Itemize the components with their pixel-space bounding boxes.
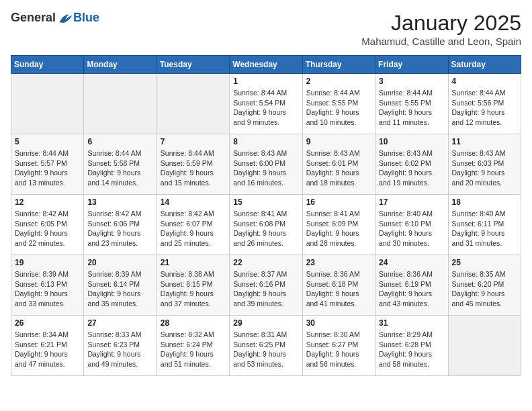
day-info: Sunrise: 8:44 AMSunset: 5:57 PMDaylight:…: [15, 148, 80, 188]
day-info: Sunrise: 8:42 AMSunset: 6:06 PMDaylight:…: [87, 209, 152, 248]
day-info: Sunrise: 8:42 AMSunset: 6:07 PMDaylight:…: [161, 209, 226, 248]
location-title: Mahamud, Castille and Leon, Spain: [361, 36, 521, 47]
calendar-cell: 15Sunrise: 8:41 AMSunset: 6:08 PMDayligh…: [230, 195, 302, 255]
weekday-thursday: Thursday: [302, 56, 375, 74]
calendar-cell: 25Sunrise: 8:35 AMSunset: 6:20 PMDayligh…: [448, 255, 521, 316]
day-info: Sunrise: 8:39 AMSunset: 6:13 PMDaylight:…: [15, 269, 80, 309]
day-info: Sunrise: 8:30 AMSunset: 6:27 PMDaylight:…: [306, 330, 371, 369]
day-info: Sunrise: 8:41 AMSunset: 6:08 PMDaylight:…: [233, 209, 298, 248]
day-number: 17: [379, 197, 444, 207]
day-number: 14: [161, 197, 226, 207]
day-number: 15: [233, 197, 298, 207]
day-info: Sunrise: 8:37 AMSunset: 6:16 PMDaylight:…: [233, 269, 298, 309]
calendar-body: 1Sunrise: 8:44 AMSunset: 5:54 PMDaylight…: [11, 74, 521, 376]
day-info: Sunrise: 8:36 AMSunset: 6:18 PMDaylight:…: [306, 269, 371, 309]
calendar-cell: 6Sunrise: 8:44 AMSunset: 5:58 PMDaylight…: [84, 134, 157, 195]
day-info: Sunrise: 8:40 AMSunset: 6:10 PMDaylight:…: [379, 209, 444, 248]
day-number: 19: [15, 258, 80, 267]
calendar-cell: 30Sunrise: 8:30 AMSunset: 6:27 PMDayligh…: [302, 316, 375, 376]
day-number: 4: [452, 77, 517, 86]
calendar-cell: 24Sunrise: 8:36 AMSunset: 6:19 PMDayligh…: [375, 255, 448, 316]
calendar-cell: 17Sunrise: 8:40 AMSunset: 6:10 PMDayligh…: [375, 195, 448, 255]
day-info: Sunrise: 8:43 AMSunset: 6:01 PMDaylight:…: [306, 148, 371, 188]
day-info: Sunrise: 8:44 AMSunset: 5:58 PMDaylight:…: [87, 148, 152, 188]
day-info: Sunrise: 8:44 AMSunset: 5:55 PMDaylight:…: [379, 88, 444, 128]
calendar-cell: 21Sunrise: 8:38 AMSunset: 6:15 PMDayligh…: [157, 255, 229, 316]
day-number: 30: [306, 318, 371, 328]
day-number: 22: [233, 258, 298, 267]
calendar-cell: 4Sunrise: 8:44 AMSunset: 5:56 PMDaylight…: [448, 74, 521, 134]
day-info: Sunrise: 8:41 AMSunset: 6:09 PMDaylight:…: [306, 209, 371, 248]
calendar-cell: 31Sunrise: 8:29 AMSunset: 6:28 PMDayligh…: [375, 316, 448, 376]
calendar-cell: 20Sunrise: 8:39 AMSunset: 6:14 PMDayligh…: [84, 255, 157, 316]
day-number: 26: [15, 318, 80, 328]
day-info: Sunrise: 8:31 AMSunset: 6:25 PMDaylight:…: [233, 330, 298, 369]
day-number: 27: [87, 318, 152, 328]
weekday-tuesday: Tuesday: [157, 56, 229, 74]
calendar-week-3: 12Sunrise: 8:42 AMSunset: 6:05 PMDayligh…: [11, 195, 521, 255]
weekday-friday: Friday: [375, 56, 448, 74]
day-info: Sunrise: 8:39 AMSunset: 6:14 PMDaylight:…: [87, 269, 152, 309]
calendar-week-4: 19Sunrise: 8:39 AMSunset: 6:13 PMDayligh…: [11, 255, 521, 316]
day-number: 7: [161, 137, 226, 146]
calendar-cell: 9Sunrise: 8:43 AMSunset: 6:01 PMDaylight…: [302, 134, 375, 195]
day-number: 10: [379, 137, 444, 146]
calendar-cell: [11, 74, 84, 134]
day-number: 1: [233, 77, 298, 86]
day-number: 28: [161, 318, 226, 328]
weekday-saturday: Saturday: [448, 56, 521, 74]
weekday-header-row: SundayMondayTuesdayWednesdayThursdayFrid…: [11, 56, 521, 74]
day-number: 6: [87, 137, 152, 146]
day-number: 21: [161, 258, 226, 267]
day-number: 5: [15, 137, 80, 146]
calendar-cell: 29Sunrise: 8:31 AMSunset: 6:25 PMDayligh…: [230, 316, 302, 376]
day-info: Sunrise: 8:29 AMSunset: 6:28 PMDaylight:…: [379, 330, 444, 369]
calendar-week-1: 1Sunrise: 8:44 AMSunset: 5:54 PMDaylight…: [11, 74, 521, 134]
day-info: Sunrise: 8:43 AMSunset: 6:03 PMDaylight:…: [452, 148, 517, 188]
calendar-cell: 1Sunrise: 8:44 AMSunset: 5:54 PMDaylight…: [230, 74, 302, 134]
day-info: Sunrise: 8:40 AMSunset: 6:11 PMDaylight:…: [452, 209, 517, 248]
day-info: Sunrise: 8:38 AMSunset: 6:15 PMDaylight:…: [161, 269, 226, 309]
day-info: Sunrise: 8:33 AMSunset: 6:23 PMDaylight:…: [87, 330, 152, 369]
logo-bird-icon: [57, 11, 73, 25]
calendar-cell: [84, 74, 157, 134]
day-number: 8: [233, 137, 298, 146]
calendar-cell: 7Sunrise: 8:44 AMSunset: 5:59 PMDaylight…: [157, 134, 229, 195]
calendar-cell: 12Sunrise: 8:42 AMSunset: 6:05 PMDayligh…: [11, 195, 84, 255]
day-number: 24: [379, 258, 444, 267]
calendar-cell: 2Sunrise: 8:44 AMSunset: 5:55 PMDaylight…: [302, 74, 375, 134]
day-number: 31: [379, 318, 444, 328]
day-info: Sunrise: 8:44 AMSunset: 5:55 PMDaylight:…: [306, 88, 371, 128]
day-info: Sunrise: 8:35 AMSunset: 6:20 PMDaylight:…: [452, 269, 517, 309]
day-number: 20: [87, 258, 152, 267]
calendar-cell: 5Sunrise: 8:44 AMSunset: 5:57 PMDaylight…: [11, 134, 84, 195]
calendar-cell: 8Sunrise: 8:43 AMSunset: 6:00 PMDaylight…: [230, 134, 302, 195]
weekday-wednesday: Wednesday: [230, 56, 302, 74]
calendar-cell: 22Sunrise: 8:37 AMSunset: 6:16 PMDayligh…: [230, 255, 302, 316]
day-info: Sunrise: 8:43 AMSunset: 6:00 PMDaylight:…: [233, 148, 298, 188]
calendar-week-2: 5Sunrise: 8:44 AMSunset: 5:57 PMDaylight…: [11, 134, 521, 195]
calendar-cell: 18Sunrise: 8:40 AMSunset: 6:11 PMDayligh…: [448, 195, 521, 255]
day-info: Sunrise: 8:42 AMSunset: 6:05 PMDaylight:…: [15, 209, 80, 248]
day-number: 25: [452, 258, 517, 267]
day-info: Sunrise: 8:43 AMSunset: 6:02 PMDaylight:…: [379, 148, 444, 188]
month-title: January 2025: [361, 11, 521, 36]
calendar-cell: 13Sunrise: 8:42 AMSunset: 6:06 PMDayligh…: [84, 195, 157, 255]
day-number: 29: [233, 318, 298, 328]
day-number: 9: [306, 137, 371, 146]
day-number: 12: [15, 197, 80, 207]
calendar-cell: [448, 316, 521, 376]
calendar-week-5: 26Sunrise: 8:34 AMSunset: 6:21 PMDayligh…: [11, 316, 521, 376]
day-number: 18: [452, 197, 517, 207]
calendar-table: SundayMondayTuesdayWednesdayThursdayFrid…: [11, 55, 521, 376]
calendar-cell: 27Sunrise: 8:33 AMSunset: 6:23 PMDayligh…: [84, 316, 157, 376]
calendar-cell: 3Sunrise: 8:44 AMSunset: 5:55 PMDaylight…: [375, 74, 448, 134]
calendar-cell: 10Sunrise: 8:43 AMSunset: 6:02 PMDayligh…: [375, 134, 448, 195]
calendar-cell: 28Sunrise: 8:32 AMSunset: 6:24 PMDayligh…: [157, 316, 229, 376]
day-number: 23: [306, 258, 371, 267]
day-info: Sunrise: 8:32 AMSunset: 6:24 PMDaylight:…: [161, 330, 226, 369]
day-info: Sunrise: 8:44 AMSunset: 5:59 PMDaylight:…: [161, 148, 226, 188]
calendar-cell: 19Sunrise: 8:39 AMSunset: 6:13 PMDayligh…: [11, 255, 84, 316]
day-number: 13: [87, 197, 152, 207]
day-info: Sunrise: 8:44 AMSunset: 5:56 PMDaylight:…: [452, 88, 517, 128]
